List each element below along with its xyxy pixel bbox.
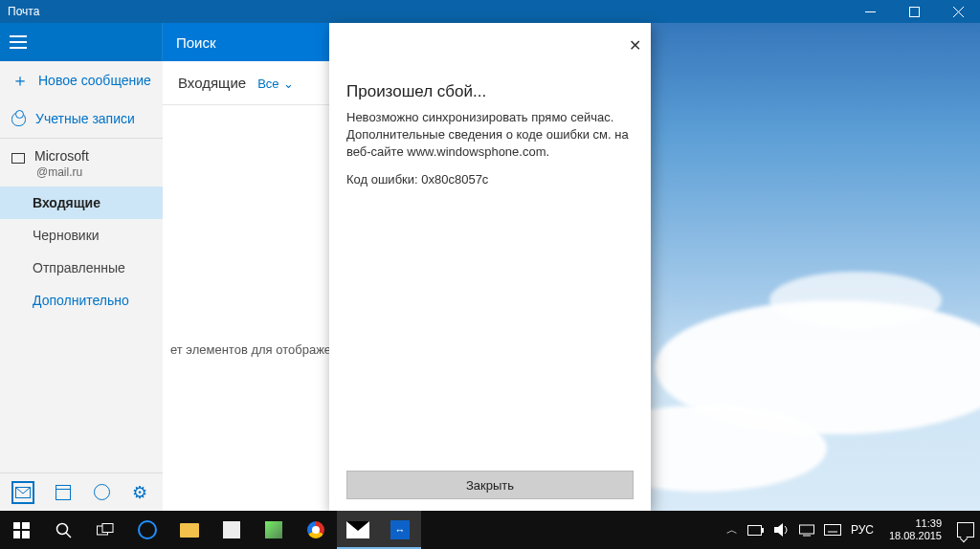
minimize-button[interactable] xyxy=(848,0,892,23)
battery-icon[interactable] xyxy=(747,525,765,536)
accounts-label: Учетные записи xyxy=(35,111,135,126)
taskbar-app-teamviewer[interactable]: ↔ xyxy=(379,511,421,549)
svg-rect-9 xyxy=(747,525,761,535)
clock-date: 18.08.2015 xyxy=(889,530,942,542)
dialog-title: Произошел сбой... xyxy=(346,82,634,101)
window-title: Почта xyxy=(8,5,39,18)
svg-rect-10 xyxy=(762,528,764,533)
folder-more[interactable]: Дополнительно xyxy=(0,284,163,317)
edge-icon xyxy=(138,520,157,539)
chevron-down-icon: ⌄ xyxy=(283,77,294,91)
search-placeholder: Поиск xyxy=(176,34,216,51)
taskbar-app-mail[interactable] xyxy=(337,511,379,549)
keyboard-icon[interactable] xyxy=(824,524,841,536)
maximize-button[interactable] xyxy=(892,0,936,23)
clock-time: 11:39 xyxy=(889,517,942,530)
svg-marker-11 xyxy=(774,523,783,537)
cloud-decoration xyxy=(769,272,942,329)
sidebar: ＋ Новое сообщение Учетные записи Microso… xyxy=(0,61,163,511)
language-indicator[interactable]: РУС xyxy=(851,523,874,537)
system-tray: ︿ РУС 11:39 18.08.2015 xyxy=(726,511,980,549)
svg-point-5 xyxy=(56,523,67,534)
mail-taskbar-icon xyxy=(346,521,369,538)
taskbar-app-edge[interactable] xyxy=(126,511,168,549)
new-message-button[interactable]: ＋ Новое сообщение xyxy=(0,61,163,99)
folder-title: Входящие xyxy=(178,75,246,91)
tray-overflow-button[interactable]: ︿ xyxy=(726,522,738,538)
app-titlebar: Почта xyxy=(0,0,980,23)
taskbar-app-generic[interactable] xyxy=(253,511,295,549)
svg-line-6 xyxy=(66,533,71,538)
svg-rect-1 xyxy=(909,7,919,16)
svg-rect-12 xyxy=(799,525,813,534)
mail-icon[interactable] xyxy=(11,481,34,504)
start-button[interactable] xyxy=(0,511,42,549)
dialog-body-2: Код ошибки: 0x80c8057c xyxy=(346,171,634,188)
folder-icon xyxy=(11,153,25,164)
calendar-icon[interactable] xyxy=(54,483,73,502)
volume-icon[interactable] xyxy=(774,523,790,537)
sidebar-header xyxy=(0,23,163,61)
feedback-icon[interactable] xyxy=(92,483,111,502)
accounts-button[interactable]: Учетные записи xyxy=(0,99,163,138)
account-email: @mail.ru xyxy=(0,165,163,187)
person-icon xyxy=(11,112,26,126)
action-center-button[interactable] xyxy=(957,522,974,538)
folder-inbox[interactable]: Входящие xyxy=(0,187,163,219)
store-icon xyxy=(223,521,240,538)
network-icon[interactable] xyxy=(799,523,814,537)
taskbar-app-store[interactable] xyxy=(211,511,253,549)
new-message-label: Новое сообщение xyxy=(38,73,151,88)
svg-rect-14 xyxy=(824,525,840,536)
taskbar-app-chrome[interactable] xyxy=(295,511,337,549)
teamviewer-icon: ↔ xyxy=(390,520,410,539)
svg-rect-8 xyxy=(102,524,113,533)
dialog-close-button[interactable]: ✕ xyxy=(629,36,641,55)
app-icon xyxy=(265,521,282,538)
sidebar-bottom-bar: ⚙ xyxy=(0,472,163,511)
task-view-button[interactable] xyxy=(84,511,126,549)
search-taskbar-button[interactable] xyxy=(42,511,84,549)
clock[interactable]: 11:39 18.08.2015 xyxy=(883,517,947,542)
plus-icon: ＋ xyxy=(11,69,29,92)
filter-dropdown[interactable]: Все ⌄ xyxy=(257,77,293,91)
taskbar-app-explorer[interactable] xyxy=(168,511,211,549)
taskbar: ↔ ︿ РУС 11:39 18.08.2015 xyxy=(0,511,980,549)
account-row[interactable]: Microsoft xyxy=(0,139,163,165)
error-dialog: ✕ Произошел сбой... Невозможно синхрониз… xyxy=(329,23,651,511)
filter-label: Все xyxy=(257,77,278,91)
folder-drafts[interactable]: Черновики xyxy=(0,219,163,252)
dialog-close-action-button[interactable]: Закрыть xyxy=(346,471,634,499)
settings-icon[interactable]: ⚙ xyxy=(130,483,149,502)
dialog-body-1: Невозможно синхронизировать прямо сейчас… xyxy=(346,109,634,162)
folder-sent[interactable]: Отправленные xyxy=(0,252,163,284)
account-name: Microsoft xyxy=(34,148,89,164)
chrome-icon xyxy=(307,521,324,538)
hamburger-menu-button[interactable] xyxy=(10,35,27,49)
close-window-button[interactable] xyxy=(936,0,980,23)
file-explorer-icon xyxy=(180,523,199,538)
